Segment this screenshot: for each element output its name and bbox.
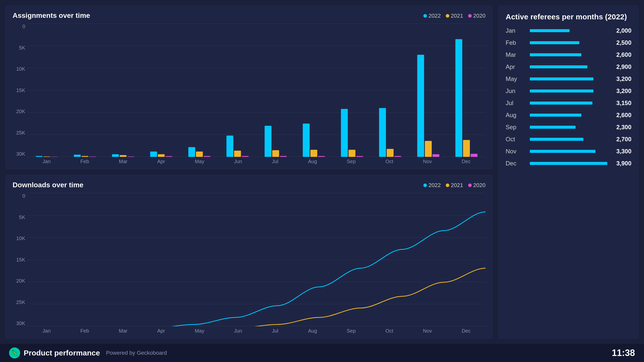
- svg-rect-28: [387, 149, 393, 157]
- referee-bar-container: [530, 53, 607, 56]
- referee-bar: [530, 102, 592, 105]
- referee-month: Nov: [506, 148, 526, 155]
- referee-value: 2,900: [611, 63, 631, 70]
- downloads-chart: Downloads over time 2022 2021 2020: [5, 174, 493, 339]
- bar-chart-svg: [28, 24, 486, 157]
- svg-rect-34: [463, 140, 470, 157]
- referee-bar-container: [530, 126, 607, 129]
- svg-rect-1: [43, 156, 50, 157]
- svg-rect-32: [432, 154, 439, 157]
- referee-value: 3,200: [611, 75, 631, 82]
- footer-branding: 🦎 Product performance Powered by Geckobo…: [9, 347, 167, 358]
- svg-rect-9: [150, 152, 157, 157]
- referee-value: 2,000: [611, 27, 631, 34]
- referee-row-may: May 3,200: [506, 75, 631, 82]
- dl-legend-2021: 2021: [446, 182, 463, 189]
- svg-rect-17: [242, 156, 249, 157]
- dl-legend-2022: 2022: [423, 182, 441, 189]
- svg-rect-5: [89, 157, 96, 157]
- svg-rect-7: [120, 155, 127, 157]
- referee-value: 2,700: [611, 136, 631, 143]
- referee-row-aug: Aug 2,600: [506, 112, 631, 119]
- svg-rect-15: [226, 135, 233, 157]
- svg-rect-3: [74, 155, 81, 157]
- svg-rect-33: [455, 39, 462, 157]
- downloads-y-axis: 30K25K20K15K10K5K0: [13, 193, 28, 334]
- assignments-title: Assignments over time: [13, 12, 90, 20]
- referee-bar: [530, 77, 593, 80]
- svg-rect-30: [417, 55, 424, 157]
- svg-rect-24: [341, 109, 348, 157]
- referee-bar-container: [530, 114, 607, 117]
- downloads-title: Downloads over time: [13, 181, 84, 189]
- svg-rect-2: [51, 157, 58, 157]
- footer: 🦎 Product performance Powered by Geckobo…: [0, 344, 644, 362]
- svg-rect-11: [165, 156, 172, 157]
- referee-row-jun: Jun 3,200: [506, 87, 631, 95]
- referee-bar: [530, 150, 595, 153]
- footer-time: 11:38: [612, 348, 635, 358]
- legend-2020: 2020: [468, 13, 486, 19]
- referee-bar-container: [530, 138, 607, 141]
- referee-value: 2,300: [611, 124, 631, 131]
- assignments-x-axis: JanFebMarAprMayJunJulAugSepOctNovDec: [28, 159, 486, 164]
- gecko-logo: 🦎: [9, 347, 20, 358]
- referee-row-sep: Sep 2,300: [506, 124, 631, 131]
- svg-rect-6: [112, 154, 119, 157]
- referee-row-mar: Mar 2,600: [506, 51, 631, 58]
- svg-rect-14: [204, 156, 210, 157]
- svg-rect-0: [36, 156, 43, 157]
- referee-row-jul: Jul 3,150: [506, 100, 631, 107]
- referee-month: May: [506, 75, 526, 82]
- svg-rect-16: [234, 151, 241, 157]
- svg-rect-21: [303, 124, 310, 157]
- referee-month: Jun: [506, 87, 526, 95]
- referee-value: 2,600: [611, 51, 631, 58]
- downloads-x-axis: JanFebMarAprMayJunJulAugSepOctNovDec: [28, 328, 486, 334]
- svg-rect-25: [349, 150, 355, 157]
- referee-bar-container: [530, 77, 607, 80]
- referee-row-apr: Apr 2,900: [506, 63, 631, 70]
- referee-month: Jul: [506, 100, 526, 107]
- referee-value: 3,300: [611, 148, 631, 155]
- referee-value: 3,200: [611, 87, 631, 95]
- referee-row-dec: Dec 3,900: [506, 160, 631, 167]
- assignments-legend: 2022 2021 2020: [423, 13, 486, 19]
- svg-rect-27: [379, 108, 386, 157]
- referee-bar-container: [530, 150, 607, 153]
- legend-2022: 2022: [423, 13, 441, 19]
- referee-bar: [530, 162, 607, 165]
- referee-bar-container: [530, 102, 607, 105]
- referee-row-feb: Feb 2,500: [506, 39, 631, 46]
- svg-rect-29: [394, 156, 401, 157]
- svg-rect-10: [158, 154, 165, 157]
- referee-bar: [530, 41, 579, 44]
- svg-rect-22: [310, 150, 317, 157]
- referee-bar-container: [530, 162, 607, 165]
- referee-bar: [530, 114, 581, 117]
- referee-month: Oct: [506, 136, 526, 143]
- referee-bar: [530, 53, 581, 56]
- referee-bar-container: [530, 89, 607, 93]
- referee-month: Sep: [506, 124, 526, 131]
- referee-bar: [530, 138, 583, 141]
- dl-legend-2020: 2020: [468, 182, 486, 189]
- referee-bar: [530, 29, 570, 32]
- referee-value: 3,900: [611, 160, 631, 167]
- downloads-legend: 2022 2021 2020: [423, 182, 486, 189]
- footer-subtitle: Powered by Geckoboard: [106, 350, 167, 356]
- referee-row-nov: Nov 3,300: [506, 148, 631, 155]
- svg-rect-13: [196, 152, 203, 157]
- referee-bar: [530, 89, 593, 93]
- referees-title: Active referees per months (2022): [506, 13, 631, 21]
- svg-rect-12: [188, 147, 195, 157]
- assignments-y-axis: 30K25K20K15K10K5K0: [13, 24, 28, 164]
- referee-value: 2,500: [611, 39, 631, 46]
- referee-bar: [530, 65, 587, 68]
- svg-text:🦎: 🦎: [11, 349, 18, 356]
- referee-row-jan: Jan 2,000: [506, 27, 631, 34]
- referees-rows: Jan 2,000 Feb 2,500 Mar: [506, 27, 631, 167]
- referee-value: 3,150: [611, 100, 631, 107]
- svg-rect-31: [425, 141, 432, 157]
- legend-2021: 2021: [446, 13, 463, 19]
